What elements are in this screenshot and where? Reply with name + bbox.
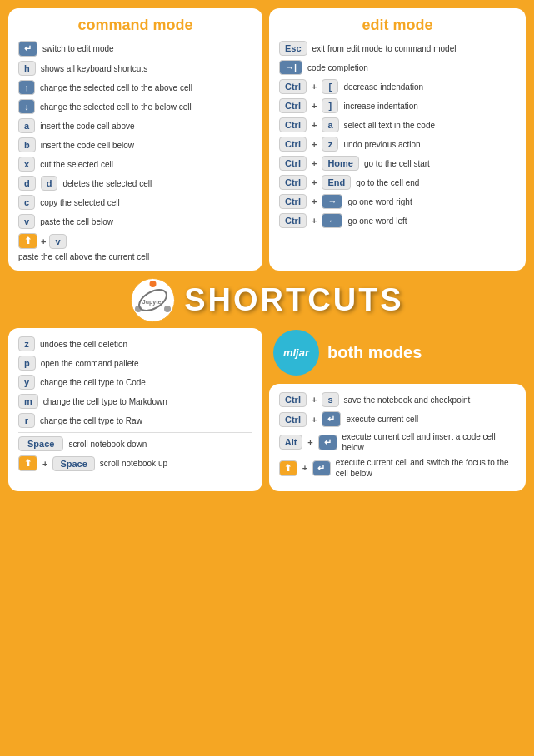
- shortcut-desc-a: insert the code cell above: [40, 121, 134, 132]
- end-key: End: [322, 175, 351, 190]
- divider-1: [18, 432, 252, 433]
- m-key: m: [18, 394, 38, 409]
- shortcut-row-ctrl-a: Ctrl + a select all text in the code: [279, 117, 516, 132]
- shortcut-row-c: c copy the selected cell: [18, 195, 252, 210]
- bracket-close-key: ]: [322, 98, 338, 113]
- ctrl-key-7: Ctrl: [279, 194, 307, 209]
- ctrl-key-2: Ctrl: [279, 98, 307, 113]
- shortcut-row-esc: Esc exit from edit mode to command model: [279, 41, 516, 56]
- shortcut-desc-p: open the command pallete: [41, 358, 139, 369]
- shortcut-desc-dd: deletes the selected cell: [62, 178, 152, 189]
- plus-1: +: [312, 82, 317, 92]
- shortcut-desc-shift-enter: execute current cell and switch the focu…: [336, 457, 516, 479]
- edit-mode-title: edit mode: [279, 17, 516, 34]
- shortcut-row-y: y change the cell type to Code: [18, 375, 252, 390]
- command-mode-box-bottom: z undoes the cell deletion p open the co…: [8, 328, 262, 491]
- down-arrow-key: ↓: [18, 99, 35, 114]
- shortcut-desc-h: shows all keyboard shortcuts: [41, 63, 147, 74]
- shortcut-row-p: p open the command pallete: [18, 356, 252, 371]
- shortcut-row-b: b insert the code cell below: [18, 137, 252, 152]
- shift-key: ⬆: [18, 233, 37, 249]
- ctrl-key-enter: Ctrl: [279, 412, 307, 427]
- bracket-open-key: [: [322, 79, 338, 94]
- shortcut-desc-up: change the selected cell to the above ce…: [40, 82, 192, 93]
- shortcut-row-ctrl-end: Ctrl + End go to the cell end: [279, 175, 516, 190]
- shortcut-row-up: ↑ change the selected cell to the above …: [18, 80, 252, 95]
- enter-key: ↵: [18, 41, 37, 57]
- right-arrow-key: →: [322, 194, 342, 209]
- ctrl-key-1: Ctrl: [279, 79, 307, 94]
- shortcut-row-ctrl-enter: Ctrl + ↵ execute current cell: [279, 411, 516, 427]
- svg-point-3: [164, 306, 171, 312]
- both-modes-box: Ctrl + s save the notebook and checkpoin…: [269, 384, 526, 491]
- shortcut-row-shift-enter: ⬆ + ↵ execute current cell and switch th…: [279, 457, 516, 479]
- plus-2: +: [312, 101, 317, 111]
- shortcuts-big-title: SHORTCUTS: [184, 282, 403, 318]
- shortcut-row-ctrl-home: Ctrl + Home go to the cell start: [279, 156, 516, 171]
- shortcut-row-ctrl-bracket-open: Ctrl + [ decrease indendation: [279, 79, 516, 94]
- shortcut-desc-ctrl-end: go to the cell end: [356, 177, 419, 188]
- plus-7: +: [312, 196, 317, 206]
- v-key-shift: v: [49, 234, 66, 249]
- shortcut-row-down: ↓ change the selected cell to the below …: [18, 99, 252, 114]
- ctrl-key-s: Ctrl: [279, 392, 307, 407]
- shortcut-row-ctrl-z: Ctrl + z undo previous action: [279, 137, 516, 152]
- d-key-2: d: [41, 176, 58, 191]
- z-key: z: [18, 336, 35, 351]
- h-key: h: [18, 61, 36, 76]
- shortcut-row-ctrl-left: Ctrl + ← go one word left: [279, 213, 516, 228]
- shortcut-desc-y: change the cell type to Code: [40, 377, 146, 388]
- ctrl-key-8: Ctrl: [279, 213, 307, 228]
- shortcut-row-ctrl-s: Ctrl + s save the notebook and checkpoin…: [279, 392, 516, 407]
- home-key: Home: [322, 156, 359, 171]
- plus-enter: +: [312, 415, 317, 425]
- a-key-edit: a: [322, 117, 338, 132]
- shortcut-desc-r: change the cell type to Raw: [40, 415, 142, 426]
- jupyter-logo: Jupyter: [130, 277, 176, 323]
- shortcut-row-ctrl-bracket-close: Ctrl + ] increase indentation: [279, 98, 516, 113]
- shortcut-row-a: a insert the code cell above: [18, 118, 252, 133]
- z-key-edit: z: [322, 137, 338, 152]
- space-key-shift: Space: [52, 456, 94, 471]
- plus-shift-space: +: [42, 459, 47, 469]
- shortcut-desc-down: change the selected cell to the below ce…: [40, 102, 192, 112]
- shortcut-row-tab: →| code completion: [279, 60, 516, 75]
- plus-alt: +: [307, 437, 312, 447]
- shortcut-row-dd: d d deletes the selected cell: [18, 176, 252, 191]
- space-key: Space: [18, 436, 63, 451]
- shortcut-row-v: v paste the cell below: [18, 214, 252, 229]
- shortcut-desc-m: change the cell type to Markdown: [43, 396, 167, 407]
- svg-point-1: [150, 281, 157, 287]
- shortcut-desc-shift-space: scroll notebook up: [100, 458, 167, 469]
- d-key-1: d: [18, 176, 36, 191]
- a-key: a: [18, 118, 35, 133]
- shortcut-desc-ctrl-home: go to the cell start: [364, 158, 430, 169]
- plus-s: +: [312, 395, 317, 405]
- shortcut-row-space: Space scroll notebook down: [18, 436, 252, 451]
- enter-key-both: ↵: [322, 411, 341, 427]
- mljar-both-header: mljar both modes: [269, 328, 526, 377]
- v-key: v: [18, 214, 35, 229]
- shortcut-row-ctrl-right: Ctrl + → go one word right: [279, 194, 516, 209]
- right-bottom-section: mljar both modes Ctrl + s save the noteb…: [269, 328, 526, 491]
- plus-4: +: [312, 139, 317, 149]
- shift-v-desc: paste the cell above the current cell: [18, 251, 252, 262]
- shortcut-desc-tab: code completion: [307, 62, 368, 73]
- edit-mode-box: edit mode Esc exit from edit mode to com…: [269, 8, 526, 271]
- shortcut-desc-ctrl-a: select all text in the code: [344, 120, 436, 131]
- ctrl-key-4: Ctrl: [279, 137, 307, 152]
- shortcut-desc-b: insert the code cell below: [41, 140, 134, 151]
- shift-v-section: ⬆ + v paste the cell above the current c…: [18, 233, 252, 262]
- shift-v-combo: ⬆ + v: [18, 233, 252, 249]
- ctrl-key-5: Ctrl: [279, 156, 307, 171]
- s-key: s: [322, 392, 338, 407]
- x-key: x: [18, 157, 35, 172]
- middle-area: Jupyter SHORTCUTS: [8, 277, 526, 323]
- shortcut-desc-ctrl-s: save the notebook and checkpoint: [344, 395, 471, 405]
- shortcut-desc-ctrl-bracket-open: decrease indendation: [343, 82, 423, 92]
- left-arrow-key: ←: [322, 213, 342, 228]
- up-arrow-key: ↑: [18, 80, 35, 95]
- command-mode-title: command mode: [18, 17, 252, 34]
- enter-key-shift: ↵: [312, 460, 331, 476]
- y-key: y: [18, 375, 35, 390]
